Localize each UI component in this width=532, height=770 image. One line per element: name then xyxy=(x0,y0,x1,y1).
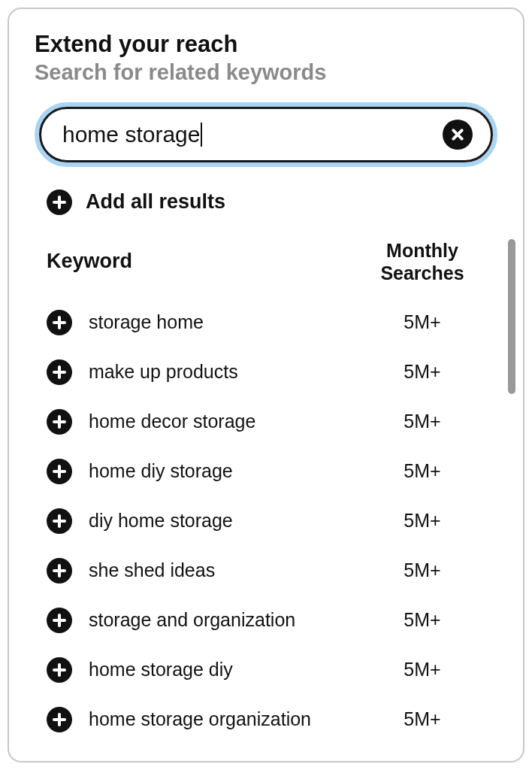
panel-title: Extend your reach xyxy=(35,30,497,58)
plus-icon xyxy=(47,189,72,215)
add-keyword-button[interactable] xyxy=(47,359,72,385)
add-keyword-button[interactable] xyxy=(47,707,72,732)
keyword-text: home decor storage xyxy=(89,410,331,433)
table-row: diy home storage5M+ xyxy=(35,496,497,546)
plus-icon xyxy=(47,558,72,584)
monthly-searches-value: 5M+ xyxy=(347,559,497,581)
search-input-value: home storage xyxy=(62,122,200,147)
keyword-text: storage and organization xyxy=(89,608,331,632)
monthly-searches-value: 5M+ xyxy=(347,311,497,333)
search-input[interactable]: home storage xyxy=(62,122,432,147)
table-row: storage and organization5M+ xyxy=(35,596,497,645)
table-row: home storage diy5M+ xyxy=(35,645,497,695)
add-all-label: Add all results xyxy=(86,190,225,214)
scrollbar-thumb[interactable] xyxy=(508,239,515,394)
keyword-text: home storage diy xyxy=(89,658,331,681)
monthly-searches-value: 5M+ xyxy=(347,708,497,730)
plus-icon xyxy=(47,459,72,484)
close-icon xyxy=(443,120,473,150)
column-header-searches: Monthly Searches xyxy=(347,239,497,284)
column-header-searches-line1: Monthly xyxy=(386,240,458,261)
plus-icon xyxy=(47,608,72,633)
table-header: Keyword Monthly Searches xyxy=(35,239,497,284)
column-header-keyword: Keyword xyxy=(35,250,347,273)
add-keyword-button[interactable] xyxy=(47,558,72,584)
add-keyword-button[interactable] xyxy=(47,409,72,435)
keyword-text: make up products xyxy=(89,360,331,383)
panel-subtitle: Search for related keywords xyxy=(35,59,497,86)
extend-reach-panel: Extend your reach Search for related key… xyxy=(8,8,524,762)
table-row: make up products5M+ xyxy=(35,347,497,397)
keyword-text: home diy storage xyxy=(89,459,331,483)
monthly-searches-value: 5M+ xyxy=(347,361,497,383)
results-list: storage home5M+make up products5M+home d… xyxy=(35,298,497,744)
add-keyword-button[interactable] xyxy=(47,310,72,335)
plus-icon xyxy=(47,409,72,435)
keyword-text: storage home xyxy=(89,311,331,334)
clear-search-button[interactable] xyxy=(441,118,474,151)
column-header-searches-line2: Searches xyxy=(380,262,464,283)
table-row: home diy storage5M+ xyxy=(35,447,497,496)
search-field-border: home storage xyxy=(39,107,493,162)
plus-icon xyxy=(47,657,72,683)
add-keyword-button[interactable] xyxy=(47,508,72,534)
keyword-text: she shed ideas xyxy=(89,559,331,582)
monthly-searches-value: 5M+ xyxy=(347,510,497,532)
plus-icon xyxy=(47,359,72,385)
monthly-searches-value: 5M+ xyxy=(347,411,497,432)
search-container: home storage xyxy=(35,102,497,167)
results-area: Keyword Monthly Searches storage home5M+… xyxy=(35,239,497,744)
plus-icon xyxy=(47,707,72,732)
plus-icon xyxy=(47,508,72,534)
monthly-searches-value: 5M+ xyxy=(347,659,497,681)
keyword-text: diy home storage xyxy=(89,509,331,532)
table-row: home storage organization5M+ xyxy=(35,695,497,744)
keyword-text: home storage organization xyxy=(89,708,331,731)
add-all-results-button[interactable]: Add all results xyxy=(47,189,497,215)
add-keyword-button[interactable] xyxy=(47,608,72,633)
table-row: storage home5M+ xyxy=(35,298,497,347)
monthly-searches-value: 5M+ xyxy=(347,609,497,631)
table-row: she shed ideas5M+ xyxy=(35,546,497,596)
add-keyword-button[interactable] xyxy=(47,657,72,683)
monthly-searches-value: 5M+ xyxy=(347,460,497,482)
plus-icon xyxy=(47,310,72,335)
text-caret xyxy=(201,123,202,147)
add-keyword-button[interactable] xyxy=(47,459,72,484)
search-focus-ring: home storage xyxy=(35,102,497,167)
table-row: home decor storage5M+ xyxy=(35,397,497,447)
